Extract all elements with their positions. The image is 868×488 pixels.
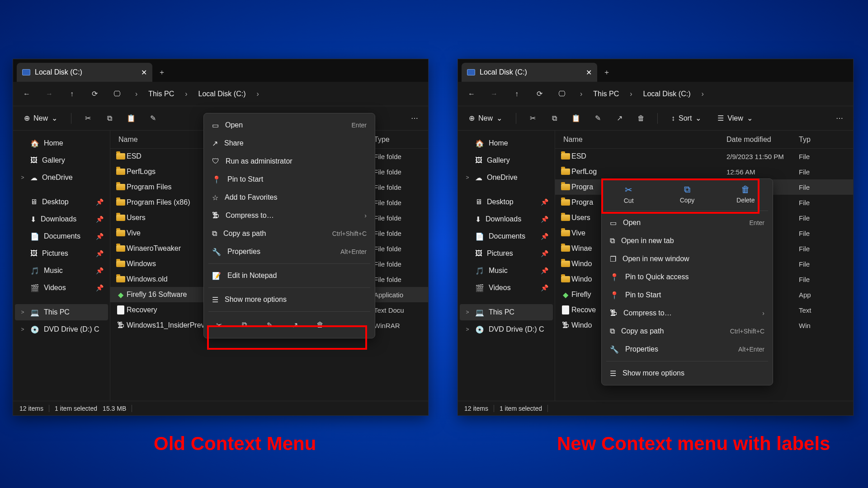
ctx-show-more-options[interactable]: ☰Show more options [207,291,372,309]
cut-icon[interactable]: ✂ [525,111,540,126]
sidebar-item-dvd-drive-d-c[interactable]: >💿DVD Drive (D:) C [15,321,108,338]
col-type[interactable]: Type [374,136,428,144]
sidebar-item-label: This PC [489,308,514,316]
cut-icon[interactable]: ✂ [211,317,226,333]
view-button[interactable]: ☰ View ⌄ [713,112,757,124]
pin-icon: 📌 [96,216,104,223]
delete-icon[interactable]: 🗑 [634,111,648,126]
tab-local-disk[interactable]: Local Disk (C:) ✕ [17,63,152,82]
sidebar-item-gallery[interactable]: 🖼Gallery [460,152,553,169]
ctx-run-as-administrator[interactable]: 🛡Run as administrator [207,152,372,170]
tab-local-disk[interactable]: Local Disk (C:) ✕ [462,63,597,82]
more-icon[interactable]: ⋯ [407,111,422,126]
ctx-pin-to-start[interactable]: 📍Pin to Start [207,170,372,188]
sidebar-item-music[interactable]: 🎵Music📌 [460,263,553,279]
up-icon[interactable]: ↑ [509,87,524,101]
sidebar-item-videos[interactable]: 🎬Videos📌 [460,280,553,296]
copypath-icon: ⧉ [212,230,217,238]
ctx-pin-to-start[interactable]: 📍Pin to Start [604,286,770,304]
sidebar-item-documents[interactable]: 📄Documents📌 [460,228,553,244]
crumb-this-pc[interactable]: This PC [593,90,619,98]
col-type[interactable]: Typ [799,136,853,144]
close-tab-icon[interactable]: ✕ [586,68,592,77]
ctx-pin-to-quick-access[interactable]: 📍Pin to Quick access [604,268,770,286]
ctx-quick-delete[interactable]: 🗑Delete [729,184,762,204]
sidebar-item-dvd-drive-d-c[interactable]: >💿DVD Drive (D:) C [460,321,553,338]
ctx-show-more-options[interactable]: ☰Show more options [604,364,770,382]
ctx-open-in-new-window[interactable]: ❐Open in new window [604,250,770,268]
up-icon[interactable]: ↑ [65,87,79,101]
context-menu-new[interactable]: ✂Cut⧉Copy🗑Delete▭OpenEnter⧉Open in new t… [601,178,773,385]
sort-button[interactable]: ↕ Sort ⌄ [667,112,706,124]
rename-icon[interactable]: ✎ [590,111,605,126]
ctx-open[interactable]: ▭OpenEnter [207,116,372,134]
sidebar-item-music[interactable]: 🎵Music📌 [15,263,108,279]
new-button[interactable]: ⊕ New ⌄ [19,112,62,124]
refresh-icon[interactable]: ⟳ [87,87,102,101]
onedrive-icon: ☁ [475,174,482,182]
sidebar-item-pictures[interactable]: 🖼Pictures📌 [460,245,553,262]
file-row[interactable]: PerfLog12:56 AMFile [555,164,853,179]
ctx-quick-copy[interactable]: ⧉Copy [670,184,704,204]
sidebar-item-downloads[interactable]: ⬇Downloads📌 [460,211,553,227]
forward-icon[interactable]: → [487,87,501,101]
rename-icon[interactable]: ✎ [146,111,160,126]
paste-icon[interactable]: 📋 [124,111,138,126]
sidebar-item-desktop[interactable]: 🖥Desktop📌 [460,194,553,210]
forward-icon[interactable]: → [42,87,57,101]
ctx-copy-as-path[interactable]: ⧉Copy as pathCtrl+Shift+C [604,322,770,340]
ctx-edit-in-notepad[interactable]: 📝Edit in Notepad [207,267,372,285]
delete-icon[interactable]: 🗑 [312,317,328,333]
monitor-icon[interactable]: 🖵 [555,87,569,101]
paste-icon[interactable]: 📋 [569,111,583,126]
monitor-icon[interactable]: 🖵 [110,87,124,101]
col-name[interactable]: Name [555,136,726,144]
sidebar-item-home[interactable]: 🏠Home [15,135,108,151]
sidebar-item-videos[interactable]: 🎬Videos📌 [15,280,108,296]
sidebar-item-home[interactable]: 🏠Home [460,135,553,151]
status-size: 15.3 MB [103,405,126,412]
sidebar-item-documents[interactable]: 📄Documents📌 [15,228,108,244]
ctx-open[interactable]: ▭OpenEnter [604,214,770,232]
crumb-local-disk[interactable]: Local Disk (C:) [198,90,246,98]
sidebar-item-onedrive[interactable]: >☁OneDrive [460,169,553,186]
refresh-icon[interactable]: ⟳ [532,87,547,101]
copy-icon[interactable]: ⧉ [236,317,252,333]
share-icon[interactable]: ↗ [287,317,302,333]
ctx-compress-to-[interactable]: 🗜Compress to…› [207,206,372,225]
ctx-compress-to-[interactable]: 🗜Compress to…› [604,304,770,322]
file-row[interactable]: ESD2/9/2023 11:50 PMFile [555,149,853,164]
crumb-local-disk[interactable]: Local Disk (C:) [643,90,691,98]
sidebar-item-onedrive[interactable]: >☁OneDrive [15,169,108,186]
new-tab-button[interactable]: ＋ [597,63,616,82]
copy-icon[interactable]: ⧉ [547,111,561,126]
sidebar-item-pictures[interactable]: 🖼Pictures📌 [15,245,108,262]
back-icon[interactable]: ← [19,87,34,101]
col-date[interactable]: Date modified [726,136,799,144]
rename-icon[interactable]: ✎ [262,317,277,333]
sidebar-item-downloads[interactable]: ⬇Downloads📌 [15,211,108,227]
crumb-this-pc[interactable]: This PC [148,90,174,98]
share-icon[interactable]: ↗ [612,111,627,126]
new-tab-button[interactable]: ＋ [152,63,171,82]
ctx-properties[interactable]: 🔧PropertiesAlt+Enter [604,340,770,358]
new-button[interactable]: ⊕ New ⌄ [464,112,507,124]
sidebar-item-this-pc[interactable]: >💻This PC [460,304,553,320]
ctx-share[interactable]: ↗Share [207,134,372,152]
sidebar-item-gallery[interactable]: 🖼Gallery [15,152,108,169]
ctx-open-in-new-tab[interactable]: ⧉Open in new tab [604,232,770,250]
ctx-copy-as-path[interactable]: ⧉Copy as pathCtrl+Shift+C [207,225,372,243]
close-tab-icon[interactable]: ✕ [141,68,147,77]
cut-icon[interactable]: ✂ [80,111,95,126]
ctx-properties[interactable]: 🔧PropertiesAlt+Enter [207,243,372,261]
home-icon: 🏠 [30,139,39,148]
ctx-quick-cut[interactable]: ✂Cut [612,184,646,204]
context-menu-old[interactable]: ▭OpenEnter↗Share🛡Run as administrator📍Pi… [203,113,375,338]
copy-icon[interactable]: ⧉ [102,111,117,126]
sidebar-item-this-pc[interactable]: >💻This PC [15,304,108,320]
back-icon[interactable]: ← [464,87,479,101]
newtab-icon: ⧉ [610,237,615,245]
more-icon[interactable]: ⋯ [832,111,847,126]
sidebar-item-desktop[interactable]: 🖥Desktop📌 [15,194,108,210]
ctx-add-to-favorites[interactable]: ☆Add to Favorites [207,188,372,206]
